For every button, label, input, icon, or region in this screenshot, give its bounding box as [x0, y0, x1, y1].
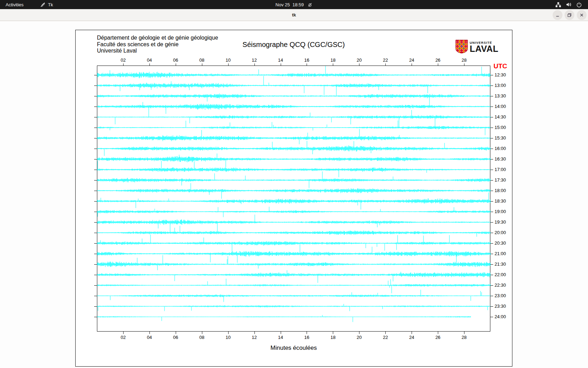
- trace-right-tick: [490, 107, 493, 107]
- desktop: Activities Tk Nov 25 18:59: [0, 0, 588, 368]
- trace-right-tick: [490, 317, 493, 317]
- trace-left-tick: [94, 317, 97, 317]
- trace-left-tick: [94, 149, 97, 149]
- x-axis-tick-label-top: 04: [143, 57, 156, 63]
- utc-time-label: 15:30: [495, 135, 506, 141]
- activities-button[interactable]: Activities: [6, 0, 23, 9]
- trace-right-tick: [490, 138, 493, 138]
- x-axis-tick-label-top: 22: [379, 57, 392, 63]
- trace-path: [97, 254, 490, 270]
- utc-axis-label: UTC: [493, 62, 507, 70]
- x-axis-tick-bottom: [359, 332, 359, 334]
- trace-right-tick: [490, 296, 493, 296]
- chart-title: Séismographe QCQ (CGC/GSC): [97, 41, 490, 49]
- trace-right-tick: [490, 159, 493, 159]
- window-titlebar: tk: [0, 9, 588, 21]
- institution-line: Département de géologie et de génie géol…: [97, 35, 218, 41]
- restore-button[interactable]: [565, 10, 574, 20]
- utc-time-label: 13:30: [495, 93, 506, 99]
- x-axis-tick-label-bottom: 08: [196, 335, 208, 340]
- trace-left-tick: [94, 128, 97, 128]
- trace-path: [97, 102, 490, 114]
- x-axis-tick-label-bottom: 16: [300, 335, 313, 340]
- x-axis-tick-bottom: [202, 332, 202, 334]
- x-axis-tick-bottom: [412, 332, 412, 334]
- trace-left-tick: [94, 75, 97, 75]
- x-axis-tick-label-bottom: 06: [169, 335, 182, 340]
- x-axis-tick-top: [149, 63, 150, 66]
- tk-feather-icon: [40, 2, 46, 8]
- x-axis-tick-top: [412, 63, 412, 66]
- trace-left-tick: [94, 296, 97, 296]
- seismograph-canvas: Département de géologie et de génie géol…: [75, 30, 512, 367]
- laval-wordmark-large: LAVAL: [470, 45, 498, 53]
- utc-time-label: 22:00: [495, 272, 506, 278]
- x-axis-tick-top: [254, 63, 255, 66]
- trace-path: [97, 279, 490, 293]
- x-axis-tick-label-bottom: 22: [379, 335, 392, 340]
- x-axis-tick-label-bottom: 20: [353, 335, 365, 340]
- x-axis-tick-bottom: [281, 332, 281, 334]
- trace-left-tick: [94, 285, 97, 286]
- trace-right-tick: [490, 96, 493, 96]
- x-axis-tick-label-bottom: 12: [248, 335, 261, 340]
- utc-time-label: 20:00: [495, 230, 506, 236]
- trace-left-tick: [94, 138, 97, 138]
- system-menu[interactable]: [555, 0, 582, 9]
- trace-path: [97, 161, 490, 177]
- close-button[interactable]: [577, 10, 587, 20]
- x-axis-tick-top: [464, 63, 464, 66]
- trace-path: [97, 207, 490, 217]
- trace-path: [97, 270, 490, 283]
- trace-left-tick: [94, 191, 97, 191]
- x-axis-tick-bottom: [307, 332, 307, 334]
- trace-left-tick: [94, 264, 97, 265]
- x-axis-tick-label-top: 28: [458, 57, 470, 63]
- trace-path: [97, 171, 490, 188]
- x-axis-tick-label-bottom: 10: [222, 335, 234, 340]
- x-axis-tick-label-top: 06: [169, 57, 182, 63]
- trace-right-tick: [490, 306, 493, 307]
- utc-time-label: 14:30: [495, 114, 506, 120]
- trace-left-tick: [94, 254, 97, 254]
- x-axis-tick-label-top: 08: [196, 57, 208, 63]
- app-indicator[interactable]: Tk: [40, 0, 53, 9]
- trace-path: [97, 304, 490, 311]
- x-axis-tick-top: [228, 63, 229, 66]
- x-axis-tick-top: [176, 63, 176, 66]
- trace-left-tick: [94, 212, 97, 212]
- x-axis-tick-label-top: 20: [353, 57, 365, 63]
- trace-path: [97, 245, 490, 263]
- trace-path: [97, 183, 490, 199]
- trace-left-tick: [94, 243, 97, 244]
- clock-menu[interactable]: Nov 25 18:59: [275, 0, 313, 9]
- utc-time-label: 13:00: [495, 83, 506, 88]
- trace-path: [97, 234, 490, 252]
- x-axis-tick-bottom: [438, 332, 438, 334]
- x-axis-tick-label-bottom: 28: [458, 335, 470, 340]
- trace-right-tick: [490, 285, 493, 286]
- utc-time-label: 19:30: [495, 219, 506, 225]
- utc-time-label: 18:30: [495, 198, 506, 204]
- x-axis-tick-label-bottom: 24: [405, 335, 418, 340]
- trace-right-tick: [490, 243, 493, 244]
- x-axis-tick-top: [333, 63, 333, 66]
- top-bar: Activities Tk Nov 25 18:59: [0, 0, 588, 9]
- x-axis-tick-label-bottom: 18: [327, 335, 339, 340]
- x-axis-tick-label-top: 02: [117, 57, 130, 63]
- trace-path: [97, 141, 490, 156]
- wired-network-icon: [555, 2, 561, 7]
- x-axis-tick-bottom: [176, 332, 176, 334]
- minimize-button[interactable]: [553, 10, 562, 20]
- utc-time-label: 14:00: [495, 104, 506, 109]
- x-axis-tick-top: [307, 63, 307, 66]
- restore-icon: [567, 13, 572, 18]
- x-axis-tick-label-bottom: 14: [274, 335, 287, 340]
- x-axis-tick-bottom: [149, 332, 150, 334]
- x-axis-tick-top: [123, 63, 124, 66]
- x-axis-tick-top: [202, 63, 202, 66]
- window-title: tk: [0, 9, 588, 21]
- trace-path: [97, 66, 490, 78]
- utc-time-label: 21:00: [495, 251, 506, 257]
- trace-left-tick: [94, 180, 97, 180]
